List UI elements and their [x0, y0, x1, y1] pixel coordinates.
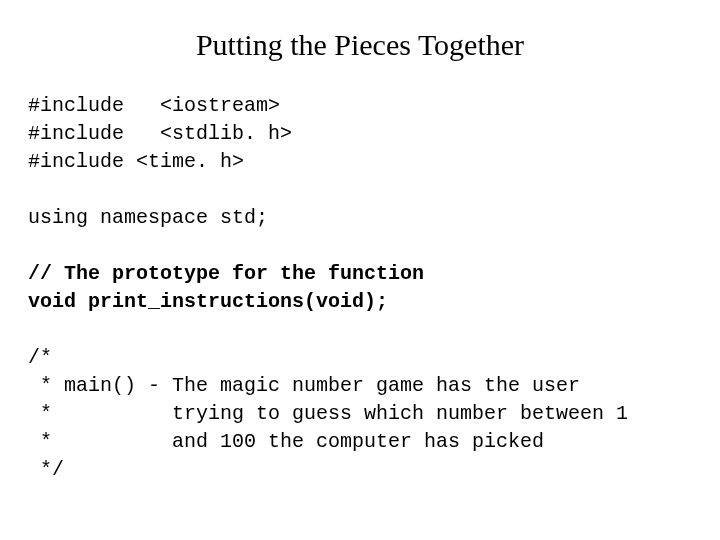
code-line-comment: // The prototype for the function	[28, 262, 424, 285]
code-line: #include <stdlib. h>	[28, 122, 292, 145]
slide: Putting the Pieces Together #include <io…	[0, 0, 720, 540]
code-line: * main() - The magic number game has the…	[28, 374, 580, 397]
code-block: #include <iostream> #include <stdlib. h>…	[28, 92, 692, 484]
code-line-prototype: void print_instructions(void);	[28, 290, 388, 313]
code-line: #include <iostream>	[28, 94, 280, 117]
code-line: #include <time. h>	[28, 150, 244, 173]
slide-title: Putting the Pieces Together	[28, 28, 692, 62]
code-line: /*	[28, 346, 52, 369]
code-line: * trying to guess which number between 1	[28, 402, 628, 425]
code-line: */	[28, 458, 64, 481]
code-line: using namespace std;	[28, 206, 268, 229]
code-line: * and 100 the computer has picked	[28, 430, 544, 453]
